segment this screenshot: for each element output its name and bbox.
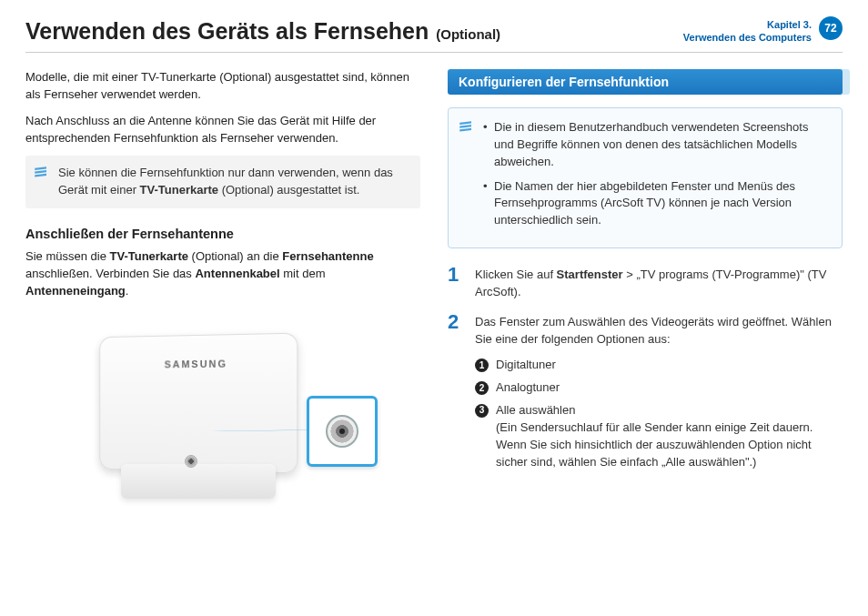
option-badge-3: 3 xyxy=(475,404,489,418)
option-1-label: Digitaltuner xyxy=(496,357,843,374)
note-text-bold: TV-Tunerkarte xyxy=(140,183,218,197)
connect-bold-2: Fernsehantenne xyxy=(282,249,373,263)
title-area: Verwenden des Geräts als Fernsehen (Opti… xyxy=(25,18,500,45)
intro-paragraph-1: Modelle, die mit einer TV-Tunerkarte (Op… xyxy=(25,69,420,104)
connect-text-1: Sie müssen die xyxy=(25,249,110,263)
header-right: Kapitel 3. Verwenden des Computers 72 xyxy=(683,18,843,45)
page-number-badge: 72 xyxy=(819,16,843,40)
connect-text-3: anschließen. Verbinden Sie das xyxy=(25,267,195,280)
option-badge-1: 1 xyxy=(475,358,489,372)
chapter-meta: Kapitel 3. Verwenden des Computers xyxy=(683,18,812,45)
connect-bold-4: Antenneneingang xyxy=(25,284,126,298)
step1-bold: Startfenster xyxy=(557,268,623,281)
info-item-1: Die in diesem Benutzerhandbuch verwendet… xyxy=(483,119,829,171)
step-2: 2 Das Fenster zum Auswählen des Videoger… xyxy=(448,314,843,477)
connect-bold-1: TV-Tunerkarte xyxy=(110,249,188,263)
connect-paragraph: Sie müssen die TV-Tunerkarte (Optional) … xyxy=(25,248,420,300)
note-box-tuner-required: Sie können die Fernsehfunktion nur dann … xyxy=(25,156,420,208)
info-box-disclaimer: Die in diesem Benutzerhandbuch verwendet… xyxy=(448,107,843,248)
chapter-title: Verwenden des Computers xyxy=(683,31,812,44)
title-suffix: (Optional) xyxy=(436,26,500,42)
option-3-body: Alle auswählen (Ein Sendersuchlauf für a… xyxy=(496,402,843,470)
step-number-2: 2 xyxy=(448,312,466,477)
antenna-port xyxy=(185,455,197,468)
step-number-1: 1 xyxy=(448,265,466,301)
option-1: 1 Digitaltuner xyxy=(475,357,843,374)
option-2-label: Analogtuner xyxy=(496,379,843,397)
page-header: Verwenden des Geräts als Fernsehen (Opti… xyxy=(25,18,843,53)
antenna-port-zoom-icon xyxy=(326,415,358,448)
page-title: Verwenden des Geräts als Fernsehen xyxy=(25,18,429,45)
option-3: 3 Alle auswählen (Ein Sendersuchlauf für… xyxy=(475,402,843,470)
option-list: 1 Digitaltuner 2 Analogtuner 3 Alle ausw… xyxy=(475,357,843,470)
connect-text-5: . xyxy=(126,284,129,298)
right-column: Konfigurieren der Fernsehfunktion Die in… xyxy=(448,69,843,510)
chapter-label: Kapitel 3. xyxy=(683,18,812,31)
callout-line xyxy=(197,429,316,431)
step2-text: Das Fenster zum Auswählen des Videogerät… xyxy=(475,314,843,348)
connect-bold-3: Antennenkabel xyxy=(195,267,279,280)
section-bar-configure-tv: Konfigurieren der Fernsehfunktion xyxy=(448,69,843,95)
note-icon xyxy=(33,165,49,181)
option-3-note: (Ein Sendersuchlauf für alle Sender kann… xyxy=(496,419,843,471)
step-2-body: Das Fenster zum Auswählen des Videogerät… xyxy=(475,314,843,477)
option-3-label: Alle auswählen xyxy=(496,402,843,419)
device-stand xyxy=(121,464,276,499)
info-item-2: Die Namen der hier abgebildeten Fenster … xyxy=(483,178,829,230)
product-figure: SAMSUNG xyxy=(68,318,378,510)
left-column: Modelle, die mit einer TV-Tunerkarte (Op… xyxy=(25,69,420,510)
antenna-port-callout xyxy=(307,396,378,467)
option-2: 2 Analogtuner xyxy=(475,379,843,397)
option-badge-2: 2 xyxy=(475,381,489,395)
intro-paragraph-2: Nach Anschluss an die Antenne können Sie… xyxy=(25,113,420,147)
note-text-post: (Optional) ausgestattet ist. xyxy=(218,183,359,197)
connect-text-2: (Optional) an die xyxy=(188,249,282,263)
subhead-connect-antenna: Anschließen der Fernsehantenne xyxy=(25,227,420,241)
note-icon xyxy=(458,119,474,136)
step-1: 1 Klicken Sie auf Startfenster > „TV pro… xyxy=(448,267,843,301)
content-columns: Modelle, die mit einer TV-Tunerkarte (Op… xyxy=(25,69,843,510)
step-1-body: Klicken Sie auf Startfenster > „TV progr… xyxy=(475,267,843,301)
device-monitor: SAMSUNG xyxy=(99,332,298,473)
device-logo: SAMSUNG xyxy=(165,358,228,369)
step1-pre: Klicken Sie auf xyxy=(475,268,557,281)
connect-text-4: mit dem xyxy=(280,267,326,280)
